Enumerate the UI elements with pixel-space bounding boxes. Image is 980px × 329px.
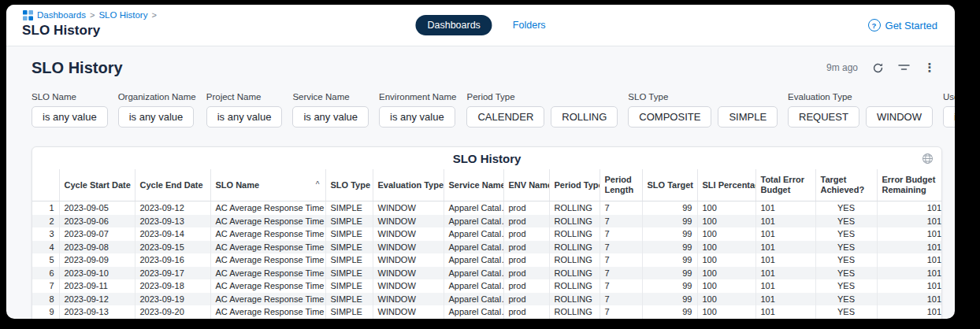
- breadcrumb-dashboards[interactable]: Dashboards: [37, 10, 86, 20]
- filter-button[interactable]: ROLLING: [551, 106, 618, 128]
- filter-button[interactable]: CALENDER: [466, 106, 544, 128]
- refresh-icon[interactable]: [871, 61, 884, 74]
- table-cell: 101: [755, 319, 815, 320]
- filter-button[interactable]: is any value: [206, 106, 283, 128]
- table-cell: WINDOW: [373, 253, 444, 267]
- filter-service-name: Service Nameis any value: [292, 92, 369, 128]
- column-header[interactable]: SLO Type: [325, 169, 373, 201]
- table-cell: 100: [697, 319, 755, 320]
- table-cell: AC Average Response Time: [210, 253, 325, 267]
- table-cell: ROLLING: [549, 227, 600, 241]
- table-cell: 8: [32, 293, 59, 306]
- table-title: SLO History: [453, 152, 522, 165]
- table-cell: 101: [877, 319, 942, 320]
- table-cell: 2023-09-08: [59, 241, 135, 254]
- column-header[interactable]: ENV Name: [503, 169, 549, 201]
- column-header[interactable]: Target Achieved?: [815, 169, 877, 201]
- filter-button[interactable]: is any value: [32, 106, 108, 128]
- table-cell: ROLLING: [549, 267, 600, 280]
- table-cell: SIMPLE: [325, 267, 373, 280]
- column-header[interactable]: Evaluation Type: [373, 169, 444, 201]
- column-header[interactable]: Cycle Start Date: [59, 169, 135, 201]
- table-cell: 5: [32, 253, 59, 267]
- table-cell: 100: [697, 227, 755, 241]
- filter-project-name: Project Nameis any value: [206, 92, 283, 128]
- column-header[interactable]: Total Error Budget: [755, 169, 815, 201]
- table-cell: Apparel Catal…: [444, 241, 503, 254]
- table-cell: WINDOW: [373, 215, 444, 228]
- breadcrumb-slo-history[interactable]: SLO History: [98, 10, 147, 20]
- table-cell: 99: [642, 215, 697, 228]
- table-cell: SIMPLE: [325, 227, 373, 241]
- table-cell: WINDOW: [373, 267, 444, 280]
- column-header[interactable]: SLI Percentage: [697, 169, 755, 201]
- column-header[interactable]: Period Length: [600, 169, 642, 201]
- dashboards-grid-icon: [22, 9, 33, 20]
- table-cell: ROLLING: [549, 293, 600, 306]
- header-tabs: Dashboards Folders: [415, 5, 545, 46]
- table-cell: 101: [877, 241, 942, 254]
- filter-button[interactable]: is any value: [943, 106, 955, 128]
- table-cell: Apparel Catal…: [444, 319, 503, 320]
- table-cell: ROLLING: [549, 319, 600, 320]
- table-cell: 100: [697, 253, 755, 267]
- table-row: 22023-09-062023-09-13AC Average Response…: [32, 215, 942, 228]
- filter-button[interactable]: is any value: [292, 106, 369, 128]
- table-cell: 101: [877, 267, 942, 280]
- get-started-label: Get Started: [885, 20, 937, 31]
- table-cell: ROLLING: [549, 253, 600, 267]
- table-cell: WINDOW: [373, 293, 444, 306]
- table-cell: ROLLING: [549, 305, 600, 319]
- table-cell: ROLLING: [549, 201, 600, 215]
- get-started-link[interactable]: ? Get Started: [868, 19, 937, 31]
- table-cell: 2023-09-19: [135, 293, 210, 306]
- table-cell: WINDOW: [373, 319, 444, 320]
- table-cell: AC Average Response Time: [210, 267, 325, 280]
- table-cell: YES: [815, 227, 877, 241]
- filter-button[interactable]: is any value: [379, 106, 455, 128]
- column-header[interactable]: Service Name: [444, 169, 503, 201]
- table-cell: 2023-09-14: [135, 227, 210, 241]
- table-cell: SIMPLE: [325, 241, 373, 254]
- table-cell: 99: [642, 279, 697, 293]
- table-cell: 101: [877, 215, 942, 228]
- column-header[interactable]: Period Type: [549, 169, 600, 201]
- column-header[interactable]: [32, 169, 59, 201]
- column-header[interactable]: Cycle End Date: [135, 169, 210, 201]
- table-cell: 6: [32, 267, 59, 280]
- tab-folders[interactable]: Folders: [513, 20, 546, 31]
- filter-button[interactable]: COMPOSITE: [628, 106, 711, 128]
- filter-button[interactable]: is any value: [118, 106, 195, 128]
- table-cell: 101: [755, 267, 815, 280]
- table-cell: 100: [697, 279, 755, 293]
- table-cell: SIMPLE: [325, 253, 373, 267]
- header-right: ? Get Started: [868, 5, 937, 46]
- table-cell: 101: [877, 201, 942, 215]
- table-cell: 101: [755, 305, 815, 319]
- help-circle-icon: ?: [868, 19, 881, 31]
- slo-table: Cycle Start DateCycle End DateSLO Name^S…: [32, 169, 942, 319]
- filter-button[interactable]: SIMPLE: [718, 106, 778, 128]
- table-cell: SIMPLE: [325, 201, 373, 215]
- table-row: 52023-09-092023-09-16AC Average Response…: [32, 253, 942, 267]
- table-cell: Apparel Catal…: [444, 267, 503, 280]
- table-cell: AC Average Response Time: [210, 227, 325, 241]
- globe-icon[interactable]: [921, 152, 934, 164]
- table-cell: AC Average Response Time: [210, 241, 325, 254]
- table-cell: prod: [503, 293, 549, 306]
- table-cell: 2023-09-21: [135, 319, 210, 320]
- column-header[interactable]: SLO Target: [642, 169, 697, 201]
- tab-dashboards[interactable]: Dashboards: [415, 15, 492, 35]
- table-cell: 100: [697, 241, 755, 254]
- column-header[interactable]: SLO Name^: [210, 169, 325, 201]
- filter-icon[interactable]: [897, 61, 910, 74]
- more-vertical-icon[interactable]: ⋮: [923, 61, 936, 74]
- dashboard-meta: 9m ago ⋮: [826, 61, 936, 74]
- table-cell: ROLLING: [549, 215, 600, 228]
- table-cell: 101: [755, 241, 815, 254]
- table-cell: SIMPLE: [325, 279, 373, 293]
- filter-button[interactable]: REQUEST: [788, 106, 859, 128]
- filter-button[interactable]: WINDOW: [866, 106, 933, 128]
- column-header[interactable]: Error Budget Remaining: [877, 169, 942, 201]
- table-cell: 7: [32, 279, 59, 293]
